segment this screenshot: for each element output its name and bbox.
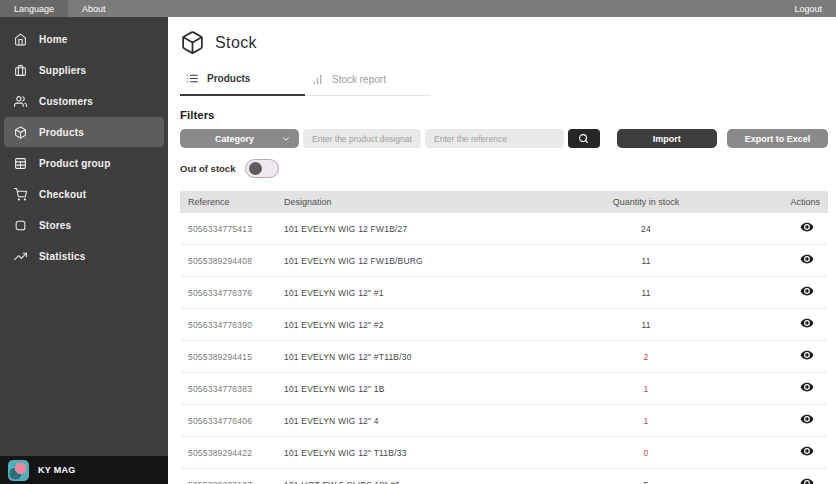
view-product-button[interactable] (800, 316, 820, 333)
eye-icon (800, 252, 814, 266)
table-row: 5055389207107 101 HOT EW 5 CLIPS 18" #6 … (180, 469, 828, 484)
import-button[interactable]: Import (617, 129, 717, 148)
sidebar-item-stores[interactable]: Stores (4, 210, 164, 240)
filter-row: Category Import Export to Excel (180, 129, 828, 148)
sidebar-item-label: Statistics (39, 251, 85, 262)
cell-actions (748, 220, 828, 237)
statistics-icon (14, 250, 27, 263)
eye-icon (800, 444, 814, 458)
sidebar-item-checkout[interactable]: Checkout (4, 179, 164, 209)
cell-quantity: 11 (544, 320, 748, 330)
sidebar-item-label: Checkout (39, 189, 86, 200)
sidebar-item-products[interactable]: Products (4, 117, 164, 147)
cell-designation: 101 EVELYN WIG 12" #1 (276, 288, 544, 298)
sidebar-item-suppliers[interactable]: Suppliers (4, 55, 164, 85)
cell-reference: 5056334775413 (180, 224, 276, 234)
reference-input[interactable] (425, 129, 564, 148)
menu-about[interactable]: About (68, 0, 120, 17)
cell-designation: 101 EVELYN WIG 12 FW1B/27 (276, 224, 544, 234)
cell-quantity: 1 (544, 416, 748, 426)
products-icon (14, 126, 27, 139)
table-row: 5056334776383 101 EVELYN WIG 12" 1B 1 (180, 373, 828, 405)
cell-designation: 101 EVELYN WIG 12" T11B/33 (276, 448, 544, 458)
view-product-button[interactable] (800, 284, 820, 301)
view-product-button[interactable] (800, 380, 820, 397)
eye-icon (800, 412, 814, 426)
top-menu-bar: Language About Logout (0, 0, 836, 17)
cell-designation: 101 HOT EW 5 CLIPS 18" #6 (276, 480, 544, 484)
filters-heading: Filters (180, 109, 828, 121)
user-name: KY MAG (38, 465, 76, 475)
cell-actions (748, 444, 828, 461)
sidebar-item-customers[interactable]: Customers (4, 86, 164, 116)
column-header-reference: Reference (180, 197, 276, 207)
cell-designation: 101 EVELYN WIG 12" 1B (276, 384, 544, 394)
eye-icon (800, 348, 814, 362)
cell-quantity: 2 (544, 352, 748, 362)
cell-actions (748, 284, 828, 301)
menu-language[interactable]: Language (0, 0, 68, 17)
cell-reference: 5056334776390 (180, 320, 276, 330)
cell-designation: 101 EVELYN WIG 12" #T11B/30 (276, 352, 544, 362)
chevron-down-icon (281, 134, 291, 144)
tab-products[interactable]: Products (180, 65, 305, 96)
cell-reference: 5055389294415 (180, 352, 276, 362)
user-profile[interactable]: KY MAG (0, 456, 168, 484)
cell-quantity: 0 (544, 448, 748, 458)
cell-reference: 5056334776376 (180, 288, 276, 298)
cell-reference: 5055389207107 (180, 480, 276, 484)
table-row: 5056334776406 101 EVELYN WIG 12" 4 1 (180, 405, 828, 437)
toggle-knob (249, 162, 262, 175)
tab-bar: Products Stock report (180, 65, 430, 96)
view-product-button[interactable] (800, 476, 820, 484)
eye-icon (800, 476, 814, 484)
view-product-button[interactable] (800, 220, 820, 237)
suppliers-icon (14, 64, 27, 77)
main-content: Stock Products Stock report Filters Cate… (168, 17, 836, 484)
customers-icon (14, 95, 27, 108)
export-to-excel-button[interactable]: Export to Excel (727, 129, 828, 148)
list-icon (186, 72, 199, 85)
out-of-stock-label: Out of stock (180, 163, 235, 174)
bar-chart-icon (311, 73, 324, 86)
view-product-button[interactable] (800, 348, 820, 365)
sidebar-item-statistics[interactable]: Statistics (4, 241, 164, 271)
tab-stock-report[interactable]: Stock report (305, 65, 430, 95)
user-avatar (8, 460, 29, 481)
designation-input[interactable] (303, 129, 421, 148)
out-of-stock-row: Out of stock (180, 159, 828, 178)
cell-quantity: 1 (544, 384, 748, 394)
sidebar-nav: Home Suppliers Customers Products Produc… (0, 17, 168, 272)
table-row: 5055389294415 101 EVELYN WIG 12" #T11B/3… (180, 341, 828, 373)
cell-quantity: 5 (544, 480, 748, 484)
table-row: 5056334776376 101 EVELYN WIG 12" #1 11 (180, 277, 828, 309)
sidebar-item-label: Home (39, 34, 68, 45)
view-product-button[interactable] (800, 412, 820, 429)
cell-quantity: 24 (544, 224, 748, 234)
app-window: Language About Logout Home Suppliers Cus… (0, 0, 836, 484)
sidebar-item-label: Products (39, 127, 84, 138)
cell-reference: 5055389294408 (180, 256, 276, 266)
sidebar-item-label: Customers (39, 96, 93, 107)
out-of-stock-toggle[interactable] (245, 159, 279, 178)
sidebar-item-product-group[interactable]: Product group (4, 148, 164, 178)
topbar-spacer (120, 0, 781, 17)
page-header: Stock (180, 30, 828, 55)
category-dropdown[interactable]: Category (180, 129, 299, 148)
cell-reference: 5056334776383 (180, 384, 276, 394)
search-icon (578, 133, 589, 144)
view-product-button[interactable] (800, 444, 820, 461)
cell-quantity: 11 (544, 256, 748, 266)
table-row: 5056334776390 101 EVELYN WIG 12" #2 11 (180, 309, 828, 341)
eye-icon (800, 220, 814, 234)
cell-actions (748, 412, 828, 429)
menu-logout[interactable]: Logout (780, 0, 836, 17)
sidebar-item-home[interactable]: Home (4, 24, 164, 54)
sidebar-item-label: Product group (39, 158, 110, 169)
search-button[interactable] (568, 129, 600, 148)
stock-table: Reference Designation Quantity in stock … (180, 191, 828, 484)
cell-reference: 5056334776406 (180, 416, 276, 426)
sidebar-item-label: Stores (39, 220, 71, 231)
cell-actions (748, 476, 828, 484)
view-product-button[interactable] (800, 252, 820, 269)
